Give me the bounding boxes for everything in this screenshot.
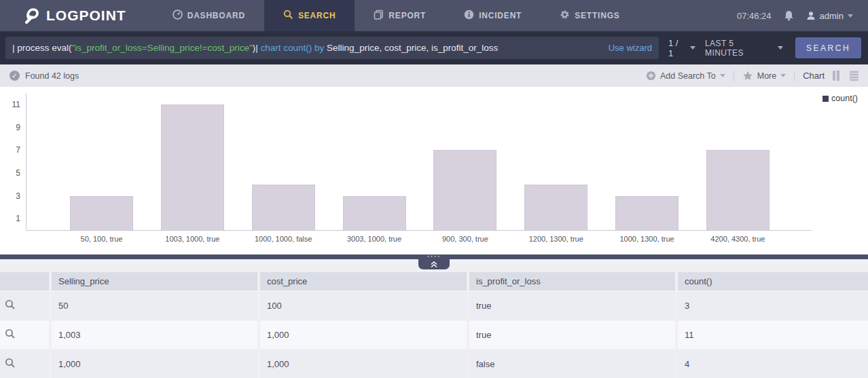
x-axis-category-label: 1200, 1300, true (529, 235, 583, 243)
bar[interactable] (615, 196, 679, 231)
settings-icon (560, 10, 570, 22)
chart-columns-view-icon[interactable] (833, 71, 842, 81)
table-header-selling-price[interactable]: Selling_price (52, 272, 257, 290)
y-axis-tick-label: 7 (16, 145, 20, 155)
found-logs-text: Found 42 logs (25, 71, 79, 81)
table-header-count-[interactable]: count() (678, 272, 868, 290)
user-menu[interactable]: admin (806, 11, 853, 21)
x-axis-category-label: 3003, 1000, true (347, 235, 401, 243)
report-icon (374, 10, 384, 22)
row-search-drilldown-button[interactable] (0, 292, 49, 320)
nav-tab-label: INCIDENT (479, 11, 522, 20)
x-axis-category-label: 1000, 1000, false (255, 235, 312, 243)
chart-grid-view-icon[interactable] (850, 71, 858, 81)
magnifier-icon (5, 328, 16, 341)
nav-tab-report[interactable]: REPORT (355, 0, 445, 31)
bar[interactable] (252, 185, 315, 230)
separator (794, 71, 795, 81)
search-icon (283, 10, 293, 22)
table-cell: 50 (52, 292, 257, 320)
query-segment: chart count() by (261, 43, 325, 53)
x-axis-category-label: 1003, 1000, true (165, 235, 219, 243)
chart-label: Chart (803, 71, 825, 81)
logpoint-logo[interactable]: LOGPOINT (0, 0, 153, 31)
bar[interactable] (524, 185, 587, 230)
query-text: | process eval("is_profit_or_loss=Sellin… (12, 43, 603, 53)
logpoint-logo-icon (23, 7, 41, 24)
nav-tab-label: REPORT (388, 11, 426, 20)
bar-group: 1003, 1000, true (161, 105, 224, 230)
clock: 07:46:24 (737, 11, 772, 21)
more-label: More (757, 71, 776, 81)
table-cell: 11 (678, 321, 868, 349)
more-button[interactable]: More (742, 71, 786, 81)
bar-group: 4200, 4300, true (706, 150, 770, 230)
bar[interactable] (433, 150, 496, 230)
top-nav: LOGPOINT DASHBOARDSEARCHREPORTINCIDENTSE… (0, 0, 868, 31)
x-axis-category-label: 900, 300, true (442, 235, 488, 243)
star-icon (742, 71, 753, 81)
pagination-value: 1 / 1 (668, 38, 685, 58)
table-header-cost-price[interactable]: cost_price (260, 272, 467, 290)
chevron-down-icon (720, 74, 725, 77)
table-header-is-profit-or-loss[interactable]: is_profit_or_loss (469, 272, 675, 290)
nav-tab-dashboard[interactable]: DASHBOARD (153, 0, 264, 31)
x-axis-category-label: 1000, 1300, true (620, 235, 674, 243)
user-icon (806, 11, 816, 20)
search-query-input[interactable]: | process eval("is_profit_or_loss=Sellin… (5, 37, 659, 59)
pane-divider[interactable]: •••• (0, 254, 868, 259)
chevron-down-icon (848, 14, 853, 18)
y-axis-tick-label: 11 (12, 100, 20, 109)
row-search-drilldown-button[interactable] (0, 350, 49, 378)
drag-handle-icon[interactable]: •••• (427, 254, 441, 259)
chevron-down-icon (690, 46, 695, 50)
table-cell: 1,000 (260, 321, 467, 349)
nav-tab-incident[interactable]: INCIDENT (445, 0, 541, 31)
y-axis-tick-label: 9 (16, 123, 20, 132)
notifications-bell-icon[interactable] (784, 10, 794, 21)
results-table-area: Selling_pricecost_priceis_profit_or_loss… (0, 259, 868, 378)
legend-swatch (822, 96, 829, 102)
nav-tabs: DASHBOARDSEARCHREPORTINCIDENTSETTINGS (153, 0, 639, 31)
table-cell: 4 (678, 350, 868, 378)
bar[interactable] (70, 196, 133, 231)
row-search-drilldown-button[interactable] (0, 321, 49, 349)
bar-group: 900, 300, true (433, 150, 496, 230)
search-button[interactable]: SEARCH (795, 37, 861, 58)
chevron-down-icon (780, 74, 786, 77)
found-logs: ✓ Found 42 logs (10, 71, 79, 81)
magnifier-icon (5, 358, 16, 371)
results-toolbar: ✓ Found 42 logs Add Search To More Chart (0, 64, 868, 87)
results-table: Selling_pricecost_priceis_profit_or_loss… (0, 272, 868, 378)
query-bar: | process eval("is_profit_or_loss=Sellin… (0, 31, 868, 64)
incident-icon (464, 10, 474, 22)
table-cell: 100 (260, 292, 467, 320)
collapse-panel-button[interactable] (418, 259, 450, 269)
bar-group: 1000, 1000, false (252, 185, 315, 230)
table-cell: true (469, 321, 675, 349)
bar[interactable] (161, 105, 224, 230)
pagination-dropdown[interactable]: 1 / 1 (668, 38, 695, 58)
bar-group: 1000, 1300, true (615, 196, 679, 231)
chevron-down-icon (778, 46, 783, 50)
nav-tab-search[interactable]: SEARCH (264, 0, 355, 31)
add-search-to-label: Add Search To (660, 71, 716, 81)
add-search-to-button[interactable]: Add Search To (646, 71, 725, 81)
table-cell: 3 (678, 292, 868, 320)
table-cell: 1,000 (260, 350, 467, 378)
time-range-value: LAST 5 MINUTES (705, 39, 772, 58)
chart-plot-area: 50, 100, true1003, 1000, true1000, 1000,… (26, 93, 812, 231)
dashboard-icon (173, 10, 183, 22)
nav-tab-settings[interactable]: SETTINGS (541, 0, 638, 31)
bar-group: 3003, 1000, true (343, 196, 406, 231)
time-range-dropdown[interactable]: LAST 5 MINUTES (705, 39, 783, 58)
bar[interactable] (706, 150, 770, 230)
table-cell: false (469, 350, 675, 378)
table-cell: true (469, 292, 675, 320)
legend-label: count() (831, 94, 858, 103)
nav-tab-label: SETTINGS (575, 11, 619, 20)
use-wizard-link[interactable]: Use wizard (609, 43, 652, 53)
bar[interactable] (343, 196, 406, 231)
query-segment: )| (253, 43, 261, 53)
plus-circle-icon (646, 71, 656, 81)
